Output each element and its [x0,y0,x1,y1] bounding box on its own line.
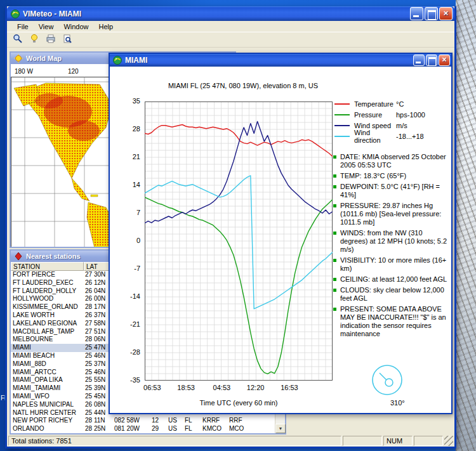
station-row[interactable]: ORLANDO28 25N081 20W29USFLKMCOMCO [11,425,275,433]
x-axis-title: Time UTC (every 60 min) [145,399,333,407]
station-cell: MELBOURNE [13,336,53,344]
info-item: TEMP: 18.3°C (65°F) [333,172,451,180]
column-header-station[interactable]: STATION [11,262,84,271]
app-icon [10,9,20,19]
station-cell: HOLLYWOOD [13,295,53,303]
station-cell: 27 30N [85,271,105,279]
chart-canvas [145,101,333,381]
menu-view[interactable]: View [34,22,59,31]
station-cell: 27 58N [85,320,105,328]
station-cell: 25 37N [85,360,105,369]
station-cell: 28 25N [85,425,105,433]
status-num-lock: NUM [383,436,413,446]
menubar: FileViewWindowHelp [7,21,454,32]
miami-minimize-button[interactable] [413,55,425,66]
miami-window-title: MIAMI [125,56,411,65]
y-tick-label: 0 [116,237,140,244]
print-tool-button[interactable] [44,33,58,47]
printer-icon [46,34,56,46]
station-cell: NATL HURR CENTER [13,409,76,417]
station-cell: 28 17N [85,303,105,311]
legend-swatch [334,136,350,137]
station-info-list: DATE: KMIA observed 25 October 2005 05:5… [333,153,451,341]
station-cell: 081 20W [114,425,140,433]
station-cell: MIAMI BEACH [13,352,55,360]
series-pressure [145,197,333,374]
maximize-button[interactable] [425,7,438,20]
miami-window: MIAMI × MIAMI FL (25 47N, 080 19W), elev… [109,53,453,414]
x-tick-label: 12:20 [242,384,270,391]
station-cell: 28 06N [85,336,105,344]
station-cell: MIAMI_WFO [13,393,50,401]
y-tick-label: -14 [116,292,140,300]
info-item: VISIBILITY: 10 or more miles (16+ km) [333,256,451,273]
minimize-button[interactable] [410,7,423,20]
station-row[interactable]: NEW PORT RICHEY28 11N082 58W12USFLKRRFRR… [11,417,275,425]
station-cell: 25 46N [85,352,105,360]
station-cell: 25 44N [85,409,105,417]
close-button[interactable]: × [439,7,453,20]
wind-direction-dial[interactable] [368,361,406,399]
station-cell: FL [185,417,192,425]
menu-window[interactable]: Window [58,22,93,31]
legend-unit: m/s [396,122,407,129]
miami-maximize-button[interactable] [426,55,437,66]
info-item: CLOUDS: sky clear below 12,000 feet AGL [333,286,451,303]
miami-close-button[interactable]: × [439,55,450,66]
y-tick-label: 35 [116,97,140,105]
legend-label: Wind direction [354,129,396,144]
resize-grip[interactable] [444,436,453,446]
zoom-tool-button[interactable] [11,33,25,47]
main-window-title: VIMeteo - MIAMI [23,10,407,18]
station-cell: KMCO [202,425,221,433]
station-cell: MACDILL AFB_TAMP [13,328,74,336]
y-tick-label: -28 [116,348,140,356]
station-cell: KRRF [202,417,220,425]
bulb-icon [29,34,39,46]
station-cell: FORT PIERCE [13,271,55,279]
legend-item: Temperature°C [334,98,425,109]
legend-swatch [334,114,350,115]
station-cell: LAKELAND REGIONA [13,320,77,328]
x-tick-label: 16:53 [275,384,303,391]
y-tick-label: 28 [116,125,140,133]
toolbar [7,32,454,48]
statusbar: Total stations: 7851 NUM [7,435,454,447]
station-cell: 27 51N [85,328,105,336]
sun-icon [13,53,23,63]
legend-swatch [334,103,350,105]
zoom-icon [13,34,23,46]
station-marker-icon [13,251,23,261]
station-cell: 25 45N [85,393,105,401]
station-cell: LAKE WORTH [13,311,55,320]
app-icon [112,55,122,65]
station-cell: MIAMI_TAMIAMI [13,384,60,393]
series-wind-speed [145,121,333,223]
chart-area: MIAMI FL (25 47N, 080 19W), elevation 8 … [110,67,451,413]
wind-direction-value: 310° [390,399,405,407]
miami-titlebar[interactable]: MIAMI × [110,54,451,67]
menu-file[interactable]: File [12,22,34,31]
station-cell: 26 12N [85,279,105,287]
station-cell: MCO [229,425,244,433]
legend-label: Temperature [354,100,396,108]
info-item: CEILING: at least 12,000 feet AGL [333,275,451,284]
bulb-tool-button[interactable] [27,33,41,47]
chart-plot [145,101,333,381]
station-cell: 082 58W [114,417,140,425]
station-cell: MIAMI_ARTCC [13,369,56,377]
preview-tool-button[interactable] [60,33,74,47]
station-cell: FL [185,425,192,433]
series-wind-direction [145,176,333,309]
station-cell: MIAMI_OPA LIKA [13,376,63,384]
status-panel-4 [414,436,443,446]
station-cell: NAPLES MUNICIPAL [13,401,74,409]
scroll-down-button[interactable]: ▼ [275,424,286,433]
y-tick-label: 21 [116,153,140,160]
main-titlebar[interactable]: VIMeteo - MIAMI × [7,6,454,21]
info-item: DATE: KMIA observed 25 October 2005 05:5… [333,153,451,169]
status-panel-2 [343,436,382,446]
menu-help[interactable]: Help [94,22,119,31]
station-cell: US [168,417,177,425]
station-cell: US [168,425,177,433]
